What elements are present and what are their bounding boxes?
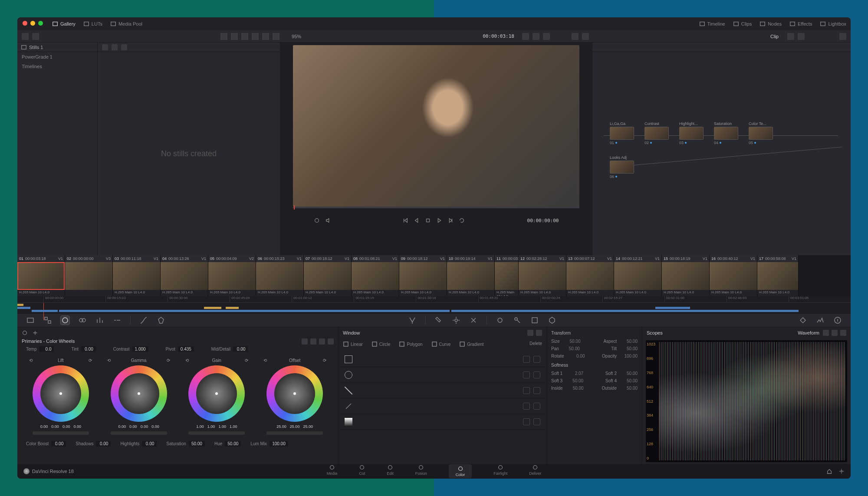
adjust-highlights[interactable]: Highlights0.00 (120, 441, 157, 447)
xf-tilt[interactable]: Tilt50.00 (611, 346, 638, 351)
gallery-tab-thumbs-icon[interactable] (102, 44, 108, 50)
hand-icon[interactable] (582, 33, 589, 40)
clip-04[interactable]: 0400:00:13:26V1H.265 Main 10 L4.0 (161, 255, 208, 296)
reset-primaries-icon[interactable] (22, 330, 28, 336)
blur-icon[interactable] (496, 316, 504, 325)
node-options-icon[interactable] (839, 33, 846, 40)
wheel-gamma[interactable]: ⟲Gamma⟳0.000.000.000.00 (103, 358, 174, 435)
grid-view-icon[interactable] (231, 33, 238, 40)
node-graph[interactable]: Li,Ga,Ga01 Contrast02 Highlight...03 Sat… (592, 43, 851, 255)
clip-13[interactable]: 1300:00:07:12V1H.265 Main 10 L4.0 (566, 255, 614, 296)
gallery-tab-list-icon[interactable] (112, 44, 118, 50)
pointer-icon[interactable] (572, 33, 579, 40)
clip-10[interactable]: 1000:00:19:14V1H.265 Main 10 L4.0 (447, 255, 495, 296)
win-invert-toggle[interactable] (523, 356, 530, 363)
menubar-lightbox[interactable]: Lightbox (820, 21, 846, 27)
sidebar-item-powergrade-1[interactable]: PowerGrade 1 (17, 52, 97, 62)
window-row-curve[interactable] (339, 398, 546, 414)
color-wheels-icon[interactable] (61, 316, 69, 325)
bypass-icon[interactable] (522, 33, 529, 40)
page-tab-deliver[interactable]: Deliver (529, 464, 541, 478)
magic-mask-icon[interactable] (469, 316, 478, 325)
expand-viewer-icon[interactable] (533, 33, 539, 40)
tracking-icon[interactable] (452, 316, 460, 325)
delete-window-button[interactable]: Delete (529, 341, 542, 347)
xf-soft-2[interactable]: Soft 250.00 (605, 371, 638, 376)
keyframe-icon[interactable] (799, 316, 807, 325)
adjust-temp[interactable]: Temp0.0 (26, 346, 54, 352)
clip-06[interactable]: 0600:00:15:23V1H.265 Main 10 L4.0 (256, 255, 304, 296)
adjust-saturation[interactable]: Saturation50.00 (166, 441, 205, 447)
menubar-timeline[interactable]: Timeline (699, 21, 725, 27)
menubar-gallery[interactable]: Gallery (52, 21, 76, 27)
viewer-options-icon[interactable] (543, 33, 550, 40)
export-icon[interactable] (32, 33, 39, 40)
clip-09[interactable]: 0900:00:18:12V1H.265 Main 10 L4.0 (399, 255, 447, 296)
node-dropdown-icon[interactable] (787, 33, 794, 40)
page-tab-edit[interactable]: Edit (387, 464, 394, 478)
node-reset-icon[interactable] (798, 33, 805, 40)
clip-05[interactable]: 0500:00:04:09V2H.265 Main 10 L4.0 (208, 255, 256, 296)
hdr-wheels-icon[interactable] (78, 316, 87, 325)
viewer-mode-icon[interactable] (314, 217, 320, 223)
menubar-clips[interactable]: Clips (733, 21, 752, 27)
expand-panel-icon[interactable] (328, 338, 334, 345)
stop-icon[interactable] (425, 217, 431, 223)
sizing-icon[interactable] (530, 316, 539, 325)
xf-aspect[interactable]: Aspect50.00 (603, 339, 638, 344)
scope-layout-icon[interactable] (823, 330, 829, 336)
clip-07[interactable]: 0700:00:18:12V1H.265 Main 10 L4.0 (304, 255, 352, 296)
viewer-timecode[interactable]: 00:00:03:18 (483, 33, 514, 39)
next-frame-icon[interactable] (447, 217, 454, 223)
wheels-mode-icon[interactable] (302, 338, 308, 345)
rgb-mixer-icon[interactable] (95, 316, 104, 325)
menubar-effects[interactable]: Effects (789, 21, 812, 27)
zoom-level[interactable]: 95% (292, 34, 301, 39)
clip-02[interactable]: 0200:00:00:00V3 (65, 255, 113, 296)
window-row-gradient[interactable] (339, 414, 546, 430)
adjust-color-boost[interactable]: Color Boost0.00 (26, 441, 66, 447)
shape-linear[interactable]: Linear (343, 341, 363, 347)
adjust-shadows[interactable]: Shadows0.00 (76, 441, 111, 447)
xf-size[interactable]: Size50.00 (551, 339, 580, 344)
window-row-linear[interactable] (339, 383, 546, 398)
sidebar-item-timelines[interactable]: Timelines (17, 62, 97, 71)
settings-icon[interactable] (838, 468, 845, 474)
clip-01[interactable]: 0100:00:03:18V1H.265 Main 10 L4.0 (17, 255, 65, 296)
adjust-hue[interactable]: Hue50.00 (214, 441, 241, 447)
node-02[interactable]: Contrast02 (644, 122, 669, 145)
window-row-circle[interactable] (339, 367, 546, 383)
xf-inside[interactable]: Inside50.00 (551, 386, 584, 391)
scopes-toggle-icon[interactable] (816, 316, 825, 325)
scope-settings-icon[interactable] (832, 330, 838, 336)
shape-gradient[interactable]: Gradient (459, 341, 483, 347)
curves-icon[interactable] (139, 316, 148, 325)
window-options-icon[interactable] (536, 330, 542, 336)
first-frame-icon[interactable] (402, 217, 408, 223)
shape-polygon[interactable]: Polygon (399, 341, 422, 347)
adjust-lum-mix[interactable]: Lum Mix100.00 (250, 441, 288, 447)
shape-circle[interactable]: Circle (372, 341, 391, 347)
sort-icon[interactable] (220, 33, 227, 40)
color-warper-icon[interactable] (157, 316, 165, 325)
node-01[interactable]: Li,Ga,Ga01 (610, 122, 634, 145)
camera-raw-icon[interactable] (26, 316, 35, 325)
clip-11[interactable]: 1100:00:03:12V2H.265 Main 10 L4.0 (495, 255, 519, 296)
page-tab-cut[interactable]: Cut (359, 464, 365, 478)
xf-outside[interactable]: Outside50.00 (602, 386, 638, 391)
node-04[interactable]: Saturation04 (714, 122, 738, 145)
window-icon[interactable] (434, 316, 443, 325)
maximize-window-button[interactable] (38, 21, 43, 26)
motion-effects-icon[interactable] (113, 316, 122, 325)
node-05[interactable]: Color Te...05 (749, 122, 773, 145)
page-tab-color[interactable]: Color (449, 464, 472, 478)
clip-03[interactable]: 0300:00:11:18V1H.265 Main 10 L4.0 (113, 255, 161, 296)
clip-17[interactable]: 1700:00:58:08V1H.265 Main 10 L4.0 (757, 255, 799, 296)
menubar-nodes[interactable]: Nodes (760, 21, 782, 27)
list-view-icon[interactable] (241, 33, 248, 40)
window-reset-icon[interactable] (527, 330, 533, 336)
xf-opacity[interactable]: Opacity100.00 (602, 354, 638, 358)
sidebar-header[interactable]: Stills 1 (17, 43, 97, 52)
node-06[interactable]: Looks Adj06 (610, 155, 634, 179)
clip-thumbnails[interactable]: 0100:00:03:18V1H.265 Main 10 L4.00200:00… (17, 255, 851, 296)
